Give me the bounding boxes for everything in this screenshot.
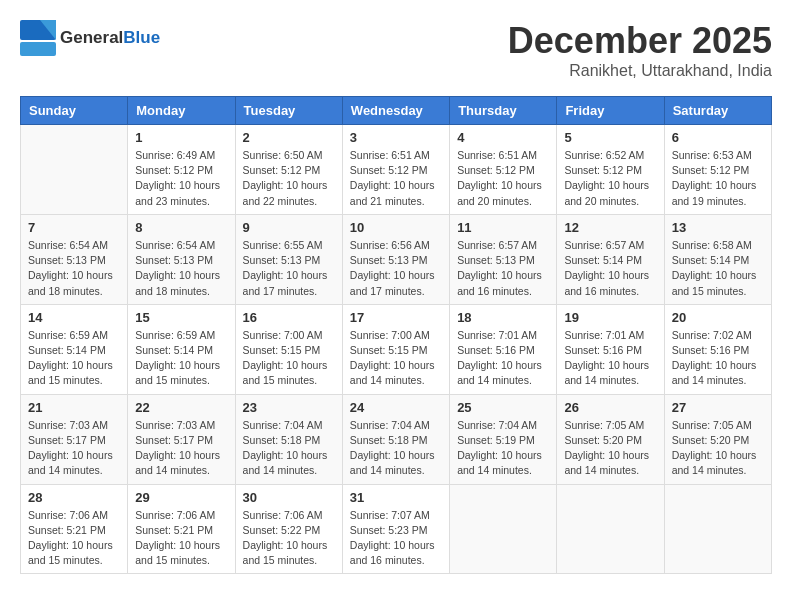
calendar-day-cell: 28Sunrise: 7:06 AMSunset: 5:21 PMDayligh… bbox=[21, 484, 128, 574]
day-number: 16 bbox=[243, 310, 335, 325]
day-number: 1 bbox=[135, 130, 227, 145]
calendar-day-cell: 9Sunrise: 6:55 AMSunset: 5:13 PMDaylight… bbox=[235, 214, 342, 304]
calendar-week-row: 14Sunrise: 6:59 AMSunset: 5:14 PMDayligh… bbox=[21, 304, 772, 394]
day-info: Sunrise: 7:04 AMSunset: 5:19 PMDaylight:… bbox=[457, 418, 549, 479]
day-info: Sunrise: 6:51 AMSunset: 5:12 PMDaylight:… bbox=[350, 148, 442, 209]
calendar-week-row: 1Sunrise: 6:49 AMSunset: 5:12 PMDaylight… bbox=[21, 125, 772, 215]
day-number: 11 bbox=[457, 220, 549, 235]
logo-icon bbox=[20, 20, 56, 56]
day-info: Sunrise: 6:49 AMSunset: 5:12 PMDaylight:… bbox=[135, 148, 227, 209]
day-number: 8 bbox=[135, 220, 227, 235]
day-number: 18 bbox=[457, 310, 549, 325]
day-number: 30 bbox=[243, 490, 335, 505]
day-info: Sunrise: 7:00 AMSunset: 5:15 PMDaylight:… bbox=[243, 328, 335, 389]
day-info: Sunrise: 6:54 AMSunset: 5:13 PMDaylight:… bbox=[135, 238, 227, 299]
day-number: 17 bbox=[350, 310, 442, 325]
calendar-day-cell: 31Sunrise: 7:07 AMSunset: 5:23 PMDayligh… bbox=[342, 484, 449, 574]
calendar-day-cell: 19Sunrise: 7:01 AMSunset: 5:16 PMDayligh… bbox=[557, 304, 664, 394]
day-number: 2 bbox=[243, 130, 335, 145]
calendar-day-cell: 12Sunrise: 6:57 AMSunset: 5:14 PMDayligh… bbox=[557, 214, 664, 304]
day-info: Sunrise: 7:05 AMSunset: 5:20 PMDaylight:… bbox=[564, 418, 656, 479]
calendar-day-cell: 29Sunrise: 7:06 AMSunset: 5:21 PMDayligh… bbox=[128, 484, 235, 574]
calendar-day-cell: 14Sunrise: 6:59 AMSunset: 5:14 PMDayligh… bbox=[21, 304, 128, 394]
calendar-day-cell: 7Sunrise: 6:54 AMSunset: 5:13 PMDaylight… bbox=[21, 214, 128, 304]
calendar-day-cell: 1Sunrise: 6:49 AMSunset: 5:12 PMDaylight… bbox=[128, 125, 235, 215]
day-info: Sunrise: 6:51 AMSunset: 5:12 PMDaylight:… bbox=[457, 148, 549, 209]
calendar-day-cell: 11Sunrise: 6:57 AMSunset: 5:13 PMDayligh… bbox=[450, 214, 557, 304]
day-info: Sunrise: 7:06 AMSunset: 5:21 PMDaylight:… bbox=[135, 508, 227, 569]
day-number: 20 bbox=[672, 310, 764, 325]
day-number: 29 bbox=[135, 490, 227, 505]
calendar-day-cell: 8Sunrise: 6:54 AMSunset: 5:13 PMDaylight… bbox=[128, 214, 235, 304]
day-info: Sunrise: 7:05 AMSunset: 5:20 PMDaylight:… bbox=[672, 418, 764, 479]
calendar-day-cell: 5Sunrise: 6:52 AMSunset: 5:12 PMDaylight… bbox=[557, 125, 664, 215]
day-number: 19 bbox=[564, 310, 656, 325]
month-title: December 2025 bbox=[508, 20, 772, 62]
day-info: Sunrise: 7:07 AMSunset: 5:23 PMDaylight:… bbox=[350, 508, 442, 569]
day-number: 5 bbox=[564, 130, 656, 145]
day-number: 24 bbox=[350, 400, 442, 415]
calendar-header-row: SundayMondayTuesdayWednesdayThursdayFrid… bbox=[21, 97, 772, 125]
day-info: Sunrise: 7:03 AMSunset: 5:17 PMDaylight:… bbox=[28, 418, 120, 479]
day-info: Sunrise: 6:59 AMSunset: 5:14 PMDaylight:… bbox=[28, 328, 120, 389]
calendar-day-cell: 6Sunrise: 6:53 AMSunset: 5:12 PMDaylight… bbox=[664, 125, 771, 215]
calendar-day-cell: 21Sunrise: 7:03 AMSunset: 5:17 PMDayligh… bbox=[21, 394, 128, 484]
calendar-day-cell: 4Sunrise: 6:51 AMSunset: 5:12 PMDaylight… bbox=[450, 125, 557, 215]
calendar-day-cell: 2Sunrise: 6:50 AMSunset: 5:12 PMDaylight… bbox=[235, 125, 342, 215]
calendar-day-cell bbox=[664, 484, 771, 574]
calendar-day-cell: 24Sunrise: 7:04 AMSunset: 5:18 PMDayligh… bbox=[342, 394, 449, 484]
calendar-day-cell: 23Sunrise: 7:04 AMSunset: 5:18 PMDayligh… bbox=[235, 394, 342, 484]
calendar-day-cell: 3Sunrise: 6:51 AMSunset: 5:12 PMDaylight… bbox=[342, 125, 449, 215]
day-number: 12 bbox=[564, 220, 656, 235]
day-number: 23 bbox=[243, 400, 335, 415]
day-info: Sunrise: 6:53 AMSunset: 5:12 PMDaylight:… bbox=[672, 148, 764, 209]
day-info: Sunrise: 6:54 AMSunset: 5:13 PMDaylight:… bbox=[28, 238, 120, 299]
day-info: Sunrise: 6:52 AMSunset: 5:12 PMDaylight:… bbox=[564, 148, 656, 209]
calendar-table: SundayMondayTuesdayWednesdayThursdayFrid… bbox=[20, 96, 772, 574]
weekday-header: Monday bbox=[128, 97, 235, 125]
day-info: Sunrise: 7:06 AMSunset: 5:22 PMDaylight:… bbox=[243, 508, 335, 569]
day-number: 25 bbox=[457, 400, 549, 415]
day-number: 14 bbox=[28, 310, 120, 325]
day-number: 9 bbox=[243, 220, 335, 235]
day-info: Sunrise: 7:03 AMSunset: 5:17 PMDaylight:… bbox=[135, 418, 227, 479]
day-info: Sunrise: 6:50 AMSunset: 5:12 PMDaylight:… bbox=[243, 148, 335, 209]
day-info: Sunrise: 7:01 AMSunset: 5:16 PMDaylight:… bbox=[564, 328, 656, 389]
logo-general: General bbox=[60, 28, 123, 48]
logo-blue: Blue bbox=[123, 28, 160, 48]
day-info: Sunrise: 6:57 AMSunset: 5:13 PMDaylight:… bbox=[457, 238, 549, 299]
day-info: Sunrise: 6:57 AMSunset: 5:14 PMDaylight:… bbox=[564, 238, 656, 299]
day-number: 7 bbox=[28, 220, 120, 235]
day-number: 27 bbox=[672, 400, 764, 415]
day-number: 28 bbox=[28, 490, 120, 505]
calendar-day-cell: 15Sunrise: 6:59 AMSunset: 5:14 PMDayligh… bbox=[128, 304, 235, 394]
day-info: Sunrise: 6:56 AMSunset: 5:13 PMDaylight:… bbox=[350, 238, 442, 299]
location-title: Ranikhet, Uttarakhand, India bbox=[508, 62, 772, 80]
day-number: 15 bbox=[135, 310, 227, 325]
calendar-day-cell: 17Sunrise: 7:00 AMSunset: 5:15 PMDayligh… bbox=[342, 304, 449, 394]
weekday-header: Saturday bbox=[664, 97, 771, 125]
day-info: Sunrise: 7:01 AMSunset: 5:16 PMDaylight:… bbox=[457, 328, 549, 389]
day-number: 4 bbox=[457, 130, 549, 145]
calendar-day-cell: 16Sunrise: 7:00 AMSunset: 5:15 PMDayligh… bbox=[235, 304, 342, 394]
day-number: 26 bbox=[564, 400, 656, 415]
day-number: 22 bbox=[135, 400, 227, 415]
weekday-header: Thursday bbox=[450, 97, 557, 125]
calendar-day-cell: 30Sunrise: 7:06 AMSunset: 5:22 PMDayligh… bbox=[235, 484, 342, 574]
calendar-day-cell bbox=[557, 484, 664, 574]
weekday-header: Wednesday bbox=[342, 97, 449, 125]
calendar-day-cell: 13Sunrise: 6:58 AMSunset: 5:14 PMDayligh… bbox=[664, 214, 771, 304]
calendar-day-cell: 22Sunrise: 7:03 AMSunset: 5:17 PMDayligh… bbox=[128, 394, 235, 484]
calendar-day-cell bbox=[21, 125, 128, 215]
day-info: Sunrise: 7:04 AMSunset: 5:18 PMDaylight:… bbox=[243, 418, 335, 479]
day-info: Sunrise: 7:04 AMSunset: 5:18 PMDaylight:… bbox=[350, 418, 442, 479]
day-number: 3 bbox=[350, 130, 442, 145]
weekday-header: Friday bbox=[557, 97, 664, 125]
day-info: Sunrise: 7:00 AMSunset: 5:15 PMDaylight:… bbox=[350, 328, 442, 389]
day-number: 21 bbox=[28, 400, 120, 415]
logo: General Blue bbox=[20, 20, 160, 56]
weekday-header: Tuesday bbox=[235, 97, 342, 125]
day-info: Sunrise: 7:02 AMSunset: 5:16 PMDaylight:… bbox=[672, 328, 764, 389]
day-number: 13 bbox=[672, 220, 764, 235]
title-area: December 2025 Ranikhet, Uttarakhand, Ind… bbox=[508, 20, 772, 80]
